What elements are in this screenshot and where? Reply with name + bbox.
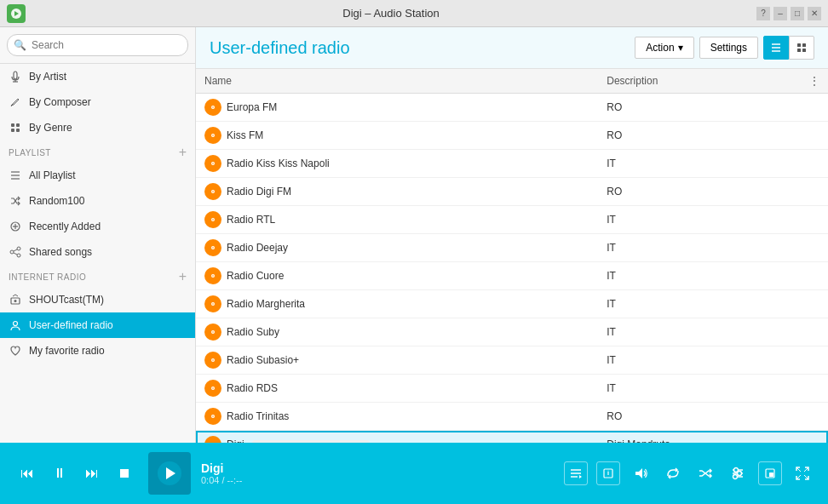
station-name-cell: Digi: [196, 431, 598, 444]
app-title: Digi – Audio Station: [26, 7, 756, 20]
station-description-cell: Digi Mandruta ...: [598, 431, 801, 444]
app-logo: [7, 4, 26, 23]
maximize-button[interactable]: □: [791, 7, 804, 20]
playlist-section-label: PLAYLIST: [9, 148, 51, 158]
sidebar-item-by-artist[interactable]: By Artist: [0, 64, 195, 89]
radio-station-icon: [204, 155, 221, 172]
svg-rect-4: [16, 123, 20, 127]
progress-bar: [251, 440, 371, 443]
sidebar-item-user-defined[interactable]: User-defined radio: [0, 312, 195, 338]
station-description-cell: IT: [598, 150, 801, 178]
player-bar: ⏮ ⏸ ⏭ ⏹ Digi 0:04 / --:--: [0, 443, 828, 504]
table-row[interactable]: Radio Kiss Kiss Napoli IT: [196, 150, 828, 178]
add-radio-button[interactable]: +: [179, 270, 187, 284]
search-input[interactable]: [7, 34, 188, 56]
station-more-cell: [801, 94, 828, 122]
svg-rect-86: [769, 472, 773, 477]
sidebar-label-by-composer: By Composer: [29, 96, 91, 108]
sidebar-item-shared-songs[interactable]: Shared songs: [0, 239, 195, 265]
svg-point-20: [14, 322, 18, 326]
grid-view-button[interactable]: [789, 36, 814, 60]
playlist-section-header: PLAYLIST +: [0, 140, 195, 163]
station-name-cell: Europa FM: [196, 94, 598, 122]
table-row[interactable]: Radio Suby IT: [196, 318, 828, 346]
radio-station-icon: [204, 127, 221, 144]
close-button[interactable]: ✕: [808, 7, 821, 20]
action-button[interactable]: Action ▾: [635, 37, 693, 59]
add-playlist-button[interactable]: +: [179, 146, 187, 159]
minimize-button[interactable]: –: [773, 7, 787, 20]
station-more-cell: [801, 346, 828, 375]
svg-line-17: [14, 253, 17, 255]
sidebar-item-by-genre[interactable]: By Genre: [0, 115, 195, 140]
repeat-button[interactable]: [661, 461, 685, 485]
sidebar-item-my-favorite[interactable]: My favorite radio: [0, 338, 195, 364]
player-info: Digi 0:04 / --:--: [201, 461, 554, 485]
table-row[interactable]: Radio RDS IT: [196, 375, 828, 403]
station-description-cell: RO: [598, 403, 801, 431]
eq-button[interactable]: [726, 461, 750, 485]
help-button[interactable]: ?: [756, 7, 770, 20]
svg-point-30: [212, 106, 214, 108]
page-title: User-defined radio: [210, 38, 350, 58]
svg-point-19: [14, 300, 17, 302]
svg-rect-3: [11, 123, 14, 127]
search-container: 🔍: [0, 27, 195, 64]
svg-point-14: [10, 250, 14, 254]
sidebar-label-my-favorite: My favorite radio: [29, 345, 105, 357]
fullscreen-button[interactable]: [791, 461, 814, 485]
sidebar-item-by-composer[interactable]: By Composer: [0, 89, 195, 115]
heart-icon: [9, 344, 22, 358]
player-track-title: Digi: [201, 461, 554, 475]
svg-rect-25: [802, 43, 806, 47]
column-header-name: Name: [196, 69, 598, 94]
share-icon: [9, 245, 22, 259]
volume-button[interactable]: [629, 461, 653, 485]
radio-station-icon: [204, 183, 221, 200]
sidebar-item-recently-added[interactable]: Recently Added: [0, 214, 195, 239]
table-row[interactable]: Radio RTL IT: [196, 206, 828, 234]
station-name-cell: Radio RDS: [196, 375, 598, 403]
settings-button[interactable]: Settings: [699, 37, 758, 59]
stop-button[interactable]: ⏹: [111, 460, 138, 487]
table-row[interactable]: Radio Digi FM RO: [196, 178, 828, 206]
list-view-button[interactable]: [763, 36, 789, 60]
play-pause-button[interactable]: ⏸: [46, 460, 73, 487]
next-button[interactable]: ⏭: [78, 460, 106, 487]
svg-marker-74: [579, 475, 582, 478]
radio-station-icon: [204, 408, 221, 425]
player-thumbnail: [148, 452, 191, 495]
sidebar-item-shoutcast[interactable]: SHOUTcast(TM): [0, 287, 195, 312]
queue-button[interactable]: [564, 461, 588, 485]
station-name-cell: Radio Digi FM: [196, 178, 598, 206]
prev-button[interactable]: ⏮: [14, 460, 41, 487]
table-row[interactable]: Radio Margherita IT: [196, 290, 828, 318]
station-name-cell: Radio Cuore: [196, 262, 598, 290]
station-more-cell: [801, 206, 828, 234]
info-button[interactable]: [596, 461, 620, 485]
table-row[interactable]: Kiss FM RO: [196, 122, 828, 150]
table-row[interactable]: Europa FM RO: [196, 94, 828, 122]
sidebar-item-random100[interactable]: Random100: [0, 188, 195, 214]
radio-station-icon: [204, 267, 221, 284]
table-row[interactable]: Digi Digi Mandruta ...: [196, 431, 828, 444]
table-row[interactable]: Radio Trinitas RO: [196, 403, 828, 431]
station-description-cell: IT: [598, 290, 801, 318]
table-row[interactable]: Radio Cuore IT: [196, 262, 828, 290]
radio-station-icon: [204, 211, 221, 228]
svg-rect-6: [16, 129, 20, 132]
svg-rect-26: [797, 49, 801, 52]
dropdown-arrow-icon: ▾: [678, 42, 683, 54]
table-row[interactable]: Radio Deejay IT: [196, 234, 828, 262]
sidebar-item-all-playlist[interactable]: All Playlist: [0, 163, 195, 188]
svg-point-54: [212, 331, 214, 333]
svg-point-51: [212, 303, 214, 305]
table-row[interactable]: Radio Subasio+ IT: [196, 346, 828, 375]
station-name-cell: Radio Kiss Kiss Napoli: [196, 150, 598, 178]
svg-line-16: [14, 249, 17, 251]
station-more-cell: [801, 178, 828, 206]
miniplayer-button[interactable]: [758, 461, 782, 485]
sidebar-label-shoutcast: SHOUTcast(TM): [29, 294, 104, 306]
shuffle-button[interactable]: [693, 461, 717, 485]
radio-table: Name Description ⋮ Europa FM RO: [196, 69, 828, 443]
